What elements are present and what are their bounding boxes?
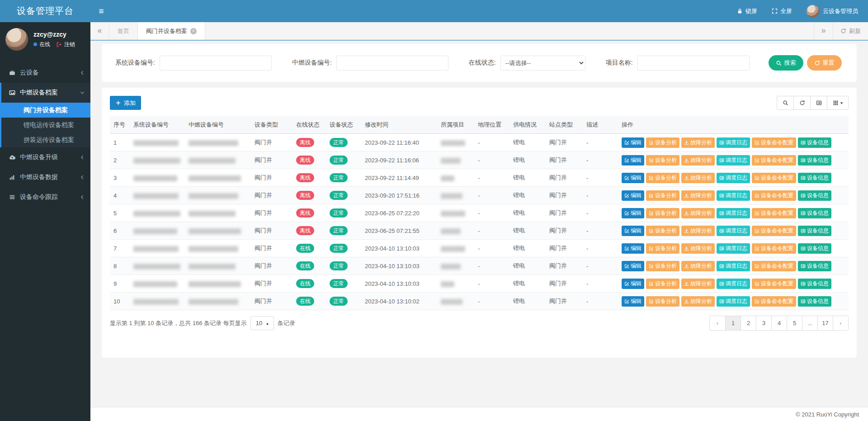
action-button-设备命令配置[interactable]: 设备命令配置 — [752, 173, 796, 183]
search-field-input[interactable] — [637, 56, 750, 71]
action-button-编辑[interactable]: 编辑 — [622, 279, 644, 289]
action-button-编辑[interactable]: 编辑 — [622, 296, 644, 307]
sidebar-item[interactable]: 设备命令跟踪 — [1, 187, 90, 207]
action-button-设备分析[interactable]: 设备分析 — [646, 208, 679, 218]
action-button-调度日志[interactable]: 调度日志 — [717, 243, 750, 254]
action-button-设备分析[interactable]: 设备分析 — [646, 243, 679, 254]
action-button-设备信息[interactable]: 设备信息 — [798, 155, 831, 166]
tab-active[interactable]: 阀门井设备档案× — [138, 22, 205, 40]
sidebar-item[interactable]: 中燃设备升级 — [1, 147, 90, 167]
search-field-input[interactable] — [336, 56, 448, 71]
toolbar-refresh-button[interactable] — [793, 96, 811, 110]
sidebar-item[interactable]: 中燃设备数据 — [1, 167, 90, 187]
action-button-调度日志[interactable]: 调度日志 — [717, 155, 750, 166]
action-button-故障分析[interactable]: 故障分析 — [681, 173, 715, 183]
pager-page-3[interactable]: 3 — [756, 316, 771, 330]
action-button-设备分析[interactable]: 设备分析 — [646, 190, 679, 201]
search-button[interactable]: 搜索 — [769, 55, 803, 71]
action-button-编辑[interactable]: 编辑 — [622, 208, 644, 218]
action-button-设备命令配置[interactable]: 设备命令配置 — [752, 155, 796, 166]
action-button-编辑[interactable]: 编辑 — [622, 190, 644, 201]
action-button-调度日志[interactable]: 调度日志 — [717, 261, 750, 271]
pager-ellipsis[interactable]: ... — [802, 316, 817, 330]
pager-page-1[interactable]: 1 — [725, 316, 741, 330]
pager-prev-button[interactable]: ‹ — [710, 316, 725, 330]
lock-screen-button[interactable]: 锁屏 — [730, 0, 764, 22]
action-button-调度日志[interactable]: 调度日志 — [717, 173, 750, 183]
sidebar-toggle-button[interactable]: ≡ — [90, 0, 112, 22]
action-button-设备分析[interactable]: 设备分析 — [646, 279, 679, 289]
action-button-故障分析[interactable]: 故障分析 — [681, 226, 715, 236]
action-button-故障分析[interactable]: 故障分析 — [681, 208, 715, 218]
action-button-故障分析[interactable]: 故障分析 — [681, 279, 715, 289]
tab-item[interactable]: 首页 — [109, 22, 138, 40]
fullscreen-button[interactable]: 全屏 — [764, 0, 799, 22]
action-button-调度日志[interactable]: 调度日志 — [717, 137, 750, 148]
add-button[interactable]: 添加 — [110, 96, 141, 110]
action-button-调度日志[interactable]: 调度日志 — [717, 226, 750, 236]
sidebar-subitem[interactable]: 阀门井设备档案 — [1, 103, 90, 118]
action-button-设备信息[interactable]: 设备信息 — [798, 296, 831, 307]
tab-refresh-button[interactable]: 刷新 — [833, 22, 868, 40]
pager-page-17[interactable]: 17 — [817, 316, 833, 330]
action-button-故障分析[interactable]: 故障分析 — [681, 137, 715, 148]
page-size-dropdown[interactable]: 10 ▴ — [250, 316, 274, 330]
pager-next-button[interactable]: › — [833, 316, 848, 330]
toolbar-columns-button[interactable]: ▾ — [827, 96, 849, 110]
action-button-设备信息[interactable]: 设备信息 — [798, 137, 831, 148]
action-button-设备信息[interactable]: 设备信息 — [798, 226, 831, 236]
action-button-编辑[interactable]: 编辑 — [622, 155, 644, 166]
action-button-故障分析[interactable]: 故障分析 — [681, 261, 715, 271]
action-button-设备命令配置[interactable]: 设备命令配置 — [752, 137, 796, 148]
action-button-调度日志[interactable]: 调度日志 — [717, 208, 750, 218]
action-button-故障分析[interactable]: 故障分析 — [681, 190, 715, 201]
action-button-调度日志[interactable]: 调度日志 — [717, 279, 750, 289]
action-button-设备信息[interactable]: 设备信息 — [798, 279, 831, 289]
action-button-设备信息[interactable]: 设备信息 — [798, 173, 831, 183]
tabs-scroll-left-button[interactable] — [90, 22, 109, 40]
action-button-设备分析[interactable]: 设备分析 — [646, 173, 679, 183]
action-button-设备命令配置[interactable]: 设备命令配置 — [752, 243, 796, 254]
pager-page-2[interactable]: 2 — [741, 316, 756, 330]
action-button-设备分析[interactable]: 设备分析 — [646, 137, 679, 148]
action-button-编辑[interactable]: 编辑 — [622, 137, 644, 148]
reset-button[interactable]: 重置 — [807, 55, 842, 71]
action-button-设备分析[interactable]: 设备分析 — [646, 261, 679, 271]
action-button-编辑[interactable]: 编辑 — [622, 173, 644, 183]
action-button-设备命令配置[interactable]: 设备命令配置 — [752, 208, 796, 218]
action-button-设备命令配置[interactable]: 设备命令配置 — [752, 226, 796, 236]
action-button-故障分析[interactable]: 故障分析 — [681, 155, 715, 166]
sidebar-item[interactable]: 中燃设备档案 — [1, 83, 90, 103]
sidebar-subitem[interactable]: 拼装远传设备档案 — [1, 132, 90, 147]
action-button-设备分析[interactable]: 设备分析 — [646, 155, 679, 166]
action-button-编辑[interactable]: 编辑 — [622, 243, 644, 254]
action-button-调度日志[interactable]: 调度日志 — [717, 296, 750, 307]
tab-close-icon[interactable]: × — [190, 28, 197, 34]
action-button-设备信息[interactable]: 设备信息 — [798, 190, 831, 201]
action-button-编辑[interactable]: 编辑 — [622, 226, 644, 236]
action-button-编辑[interactable]: 编辑 — [622, 261, 644, 271]
pager-page-4[interactable]: 4 — [771, 316, 787, 330]
action-button-设备命令配置[interactable]: 设备命令配置 — [752, 261, 796, 271]
action-button-设备信息[interactable]: 设备信息 — [798, 243, 831, 254]
user-menu[interactable]: 云设备管理员 — [799, 0, 868, 22]
tabs-scroll-right-button[interactable] — [814, 22, 833, 40]
action-button-设备分析[interactable]: 设备分析 — [646, 296, 679, 307]
action-button-设备命令配置[interactable]: 设备命令配置 — [752, 296, 796, 307]
action-button-设备分析[interactable]: 设备分析 — [646, 226, 679, 236]
sidebar-item[interactable]: 云设备 — [1, 63, 90, 83]
online-status-select[interactable]: --请选择-- — [500, 56, 585, 71]
action-button-设备命令配置[interactable]: 设备命令配置 — [752, 279, 796, 289]
sidebar-subitem[interactable]: 锂电远传设备档案 — [1, 118, 90, 132]
logout-link[interactable]: 注销 — [64, 41, 75, 48]
pager-page-5[interactable]: 5 — [787, 316, 802, 330]
action-button-设备信息[interactable]: 设备信息 — [798, 208, 831, 218]
toolbar-search-button[interactable] — [777, 96, 794, 110]
action-button-故障分析[interactable]: 故障分析 — [681, 243, 715, 254]
action-button-调度日志[interactable]: 调度日志 — [717, 190, 750, 201]
search-field-input[interactable] — [160, 56, 272, 71]
action-button-设备信息[interactable]: 设备信息 — [798, 261, 831, 271]
toolbar-detail-view-button[interactable] — [810, 96, 827, 110]
action-button-设备命令配置[interactable]: 设备命令配置 — [752, 190, 796, 201]
action-button-故障分析[interactable]: 故障分析 — [681, 296, 715, 307]
